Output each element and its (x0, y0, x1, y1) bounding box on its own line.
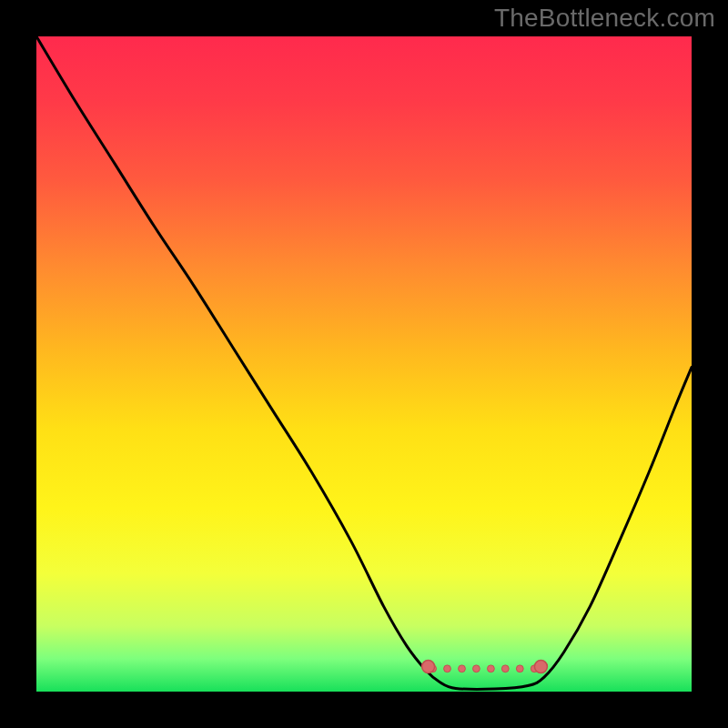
optimal-range-dash-dot (488, 665, 495, 672)
curve-path (36, 36, 692, 689)
optimal-range-dash-dot (444, 665, 451, 672)
optimal-range-dash-dot (473, 665, 480, 672)
optimal-range-endpoint (534, 661, 547, 673)
watermark-text: TheBottleneck.com (494, 4, 715, 33)
optimal-range-markers (422, 661, 548, 673)
bottleneck-curve (36, 36, 692, 692)
optimal-range-endpoint (422, 661, 435, 673)
optimal-range-dash-dot (501, 665, 509, 672)
optimal-range-dash-dot (459, 665, 466, 672)
plot-area (36, 36, 692, 692)
chart-root: TheBottleneck.com (0, 0, 728, 728)
optimal-range-dash-dot (516, 665, 523, 672)
